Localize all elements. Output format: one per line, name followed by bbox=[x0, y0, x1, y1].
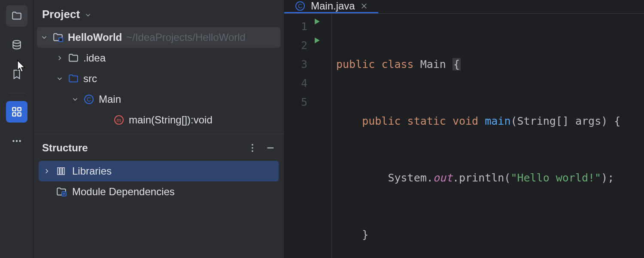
database-icon bbox=[11, 40, 22, 51]
structure-item-module-deps[interactable]: Module Dependencies bbox=[39, 181, 279, 202]
line-number[interactable]: 4 bbox=[284, 74, 307, 93]
libraries-icon bbox=[56, 166, 67, 177]
editor-area: C Main.java 1 2 3 4 5 public class Main … bbox=[284, 0, 644, 258]
toolstrip-project-button[interactable] bbox=[6, 5, 27, 27]
structure-item-label: Module Dependencies bbox=[72, 186, 175, 198]
svg-point-5 bbox=[12, 140, 14, 142]
editor-tabs: C Main.java bbox=[284, 0, 644, 14]
svg-rect-2 bbox=[18, 108, 21, 111]
svg-rect-4 bbox=[18, 113, 21, 116]
run-line-button[interactable] bbox=[313, 17, 331, 36]
grid-icon bbox=[11, 106, 22, 117]
structure-options-button[interactable] bbox=[248, 143, 257, 153]
svg-text:C: C bbox=[87, 96, 91, 103]
run-line-button[interactable] bbox=[313, 36, 331, 55]
svg-point-14 bbox=[252, 147, 253, 149]
chevron-right-icon[interactable] bbox=[56, 54, 64, 62]
svg-text:C: C bbox=[298, 3, 302, 9]
module-folder-icon bbox=[52, 32, 64, 43]
code-body[interactable]: public class Main { public static void m… bbox=[331, 14, 644, 258]
svg-text:m: m bbox=[117, 117, 122, 123]
editor-tab-main[interactable]: C Main.java bbox=[284, 0, 378, 13]
side-panel: Project HelloWorld ~/IdeaProjects/HelloW… bbox=[33, 0, 284, 258]
tree-item-main-class[interactable]: C Main bbox=[37, 89, 280, 110]
tree-item-label: main(String[]):void bbox=[129, 114, 213, 126]
svg-rect-17 bbox=[58, 168, 59, 175]
tree-item-src[interactable]: src bbox=[37, 68, 280, 89]
folder-icon bbox=[11, 10, 22, 22]
editor-tab-filename: Main.java bbox=[311, 0, 355, 12]
line-number[interactable]: 3 bbox=[284, 55, 307, 74]
svg-point-13 bbox=[252, 144, 253, 146]
method-icon: m bbox=[113, 114, 125, 126]
class-icon: C bbox=[295, 0, 306, 12]
svg-rect-3 bbox=[12, 113, 16, 116]
more-horizontal-icon bbox=[11, 135, 22, 147]
svg-point-7 bbox=[19, 140, 21, 142]
left-toolstrip bbox=[0, 0, 33, 258]
run-gutter bbox=[313, 14, 331, 258]
structure-minimize-button[interactable] bbox=[266, 143, 275, 153]
folder-icon bbox=[68, 52, 79, 64]
toolstrip-divider bbox=[8, 93, 25, 93]
svg-point-15 bbox=[252, 150, 253, 152]
code-editor[interactable]: 1 2 3 4 5 public class Main { public sta… bbox=[284, 14, 644, 258]
project-panel-header[interactable]: Project bbox=[33, 0, 284, 27]
tree-item-idea[interactable]: .idea bbox=[37, 48, 280, 68]
chevron-down-icon[interactable] bbox=[56, 75, 64, 83]
tree-root-path: ~/IdeaProjects/HelloWorld bbox=[126, 31, 246, 43]
structure-item-libraries[interactable]: Libraries bbox=[39, 161, 279, 181]
structure-item-label: Libraries bbox=[72, 165, 112, 177]
toolstrip-structure-button[interactable] bbox=[6, 101, 27, 123]
toolstrip-bookmark-button[interactable] bbox=[6, 64, 27, 85]
source-folder-icon bbox=[68, 73, 79, 84]
line-number[interactable]: 2 bbox=[284, 36, 307, 55]
close-tab-button[interactable] bbox=[360, 2, 368, 10]
tree-item-label: .idea bbox=[83, 52, 106, 64]
chevron-down-icon[interactable] bbox=[71, 95, 79, 103]
line-number[interactable]: 5 bbox=[284, 93, 307, 112]
structure-panel-header: Structure bbox=[33, 134, 284, 158]
class-icon: C bbox=[83, 94, 94, 105]
line-number[interactable]: 1 bbox=[284, 17, 307, 36]
structure-panel-title: Structure bbox=[42, 142, 88, 154]
line-number-gutter: 1 2 3 4 5 bbox=[284, 14, 313, 258]
bookmark-icon bbox=[11, 69, 22, 80]
chevron-right-icon[interactable] bbox=[43, 167, 51, 175]
project-tree: HelloWorld ~/IdeaProjects/HelloWorld .id… bbox=[33, 27, 284, 134]
module-deps-icon bbox=[56, 186, 67, 197]
svg-rect-18 bbox=[60, 168, 62, 175]
toolstrip-database-button[interactable] bbox=[6, 34, 27, 56]
svg-rect-8 bbox=[59, 38, 63, 42]
tree-item-label: src bbox=[83, 73, 97, 85]
toolstrip-more-button[interactable] bbox=[6, 130, 27, 152]
chevron-down-icon[interactable] bbox=[40, 34, 48, 41]
tree-root[interactable]: HelloWorld ~/IdeaProjects/HelloWorld bbox=[37, 27, 280, 48]
svg-rect-1 bbox=[12, 108, 16, 111]
tree-root-name: HelloWorld bbox=[68, 31, 122, 43]
svg-point-6 bbox=[15, 140, 17, 142]
svg-rect-19 bbox=[63, 168, 64, 175]
project-panel-title: Project bbox=[42, 8, 80, 21]
tree-item-label: Main bbox=[99, 93, 121, 105]
svg-point-0 bbox=[13, 40, 20, 43]
chevron-down-icon bbox=[84, 11, 91, 18]
tree-item-main-method[interactable]: m main(String[]):void bbox=[37, 110, 280, 130]
